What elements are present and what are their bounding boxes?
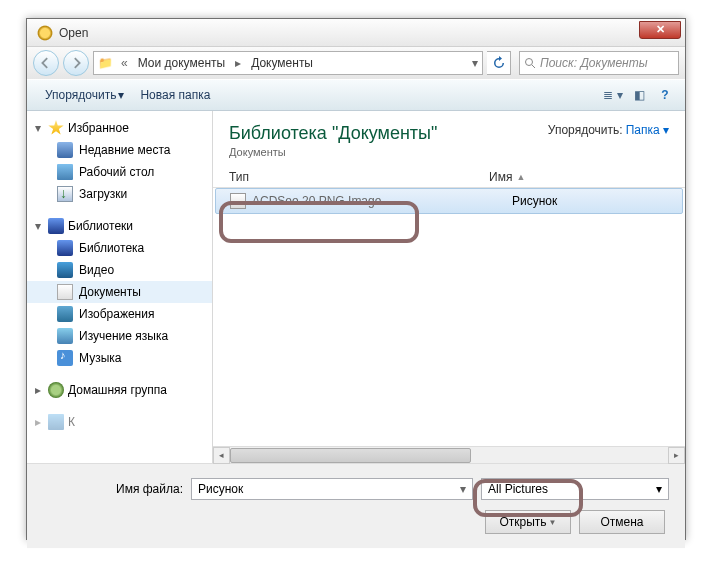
sort-link[interactable]: Папка ▾: [626, 123, 669, 137]
video-icon: [57, 262, 73, 278]
star-icon: [48, 120, 64, 136]
refresh-button[interactable]: [487, 51, 511, 75]
navigation-pane[interactable]: ▾Избранное Недавние места Рабочий стол З…: [27, 111, 213, 463]
tree-documents[interactable]: Документы: [27, 281, 212, 303]
dialog-body: ▾Избранное Недавние места Рабочий стол З…: [27, 111, 685, 463]
cancel-button[interactable]: Отмена: [579, 510, 665, 534]
library-title: Библиотека "Документы": [229, 123, 437, 144]
recent-icon: [57, 142, 73, 158]
view-options-button[interactable]: ≣ ▾: [603, 85, 623, 105]
tree-video[interactable]: Видео: [27, 259, 212, 281]
filename-input[interactable]: Рисунок ▾: [191, 478, 473, 500]
tree-study[interactable]: Изучение языка: [27, 325, 212, 347]
search-icon: [524, 57, 536, 69]
search-input[interactable]: Поиск: Документы: [519, 51, 679, 75]
homegroup-icon: [48, 382, 64, 398]
file-icon: [230, 193, 246, 209]
preview-pane-button[interactable]: ◧: [629, 85, 649, 105]
tree-downloads[interactable]: Загрузки: [27, 183, 212, 205]
tree-computer[interactable]: ▸К: [27, 411, 212, 433]
breadcrumb-root-icon[interactable]: 📁: [94, 52, 117, 74]
library-subtitle: Документы: [229, 146, 437, 158]
svg-point-0: [526, 59, 533, 66]
titlebar[interactable]: Open ✕: [27, 19, 685, 47]
chevron-right-icon: ▸: [231, 52, 245, 74]
desktop-icon: [57, 164, 73, 180]
navigation-bar: 📁 « Мои документы ▸ Документы ▾ Поиск: Д…: [27, 47, 685, 79]
file-list-pane: Библиотека "Документы" Документы Упорядо…: [213, 111, 685, 463]
downloads-icon: [57, 186, 73, 202]
music-icon: [57, 350, 73, 366]
folder-icon: [57, 328, 73, 344]
forward-button[interactable]: [63, 50, 89, 76]
file-type: ACDSee 20 PNG Image: [252, 194, 512, 208]
library-icon: [57, 240, 73, 256]
chevron-down-icon: ▾: [118, 88, 124, 102]
document-icon: [57, 284, 73, 300]
chevron-down-icon[interactable]: ▾: [656, 482, 662, 496]
new-folder-button[interactable]: Новая папка: [132, 84, 218, 106]
chevron-down-icon[interactable]: ▾: [460, 482, 466, 496]
column-headers[interactable]: Тип Имя▲: [213, 166, 685, 188]
tree-libraries[interactable]: ▾Библиотеки: [27, 215, 212, 237]
scroll-right-icon[interactable]: ▸: [668, 447, 685, 464]
collapse-icon: ▾: [35, 219, 44, 233]
tree-homegroup[interactable]: ▸Домашняя группа: [27, 379, 212, 401]
tree-music[interactable]: Музыка: [27, 347, 212, 369]
column-name[interactable]: Имя▲: [489, 170, 669, 184]
collapse-icon: ▾: [35, 121, 44, 135]
scroll-left-icon[interactable]: ◂: [213, 447, 230, 464]
chevron-icon: «: [117, 52, 132, 74]
breadcrumb-seg-2[interactable]: Документы: [245, 52, 319, 74]
filter-select[interactable]: All Pictures ▾: [481, 478, 669, 500]
organize-menu[interactable]: Упорядочить ▾: [37, 84, 132, 106]
back-button[interactable]: [33, 50, 59, 76]
tree-recent[interactable]: Недавние места: [27, 139, 212, 161]
close-button[interactable]: ✕: [639, 21, 681, 39]
tree-favorites[interactable]: ▾Избранное: [27, 117, 212, 139]
tree-desktop[interactable]: Рабочий стол: [27, 161, 212, 183]
breadcrumb[interactable]: 📁 « Мои документы ▸ Документы ▾: [93, 51, 483, 75]
horizontal-scrollbar[interactable]: ◂ ▸: [213, 446, 685, 463]
svg-line-1: [532, 65, 535, 68]
scrollbar-thumb[interactable]: [230, 448, 471, 463]
open-dialog: Open ✕ 📁 « Мои документы ▸ Документы ▾ П…: [26, 18, 686, 540]
column-type[interactable]: Тип: [229, 170, 489, 184]
sort-arrow-icon: ▲: [516, 172, 525, 182]
images-icon: [57, 306, 73, 322]
search-placeholder: Поиск: Документы: [540, 56, 648, 70]
file-row[interactable]: ACDSee 20 PNG Image Рисунок: [215, 188, 683, 214]
window-title: Open: [59, 26, 88, 40]
libraries-icon: [48, 218, 64, 234]
file-name: Рисунок: [512, 194, 668, 208]
tree-library[interactable]: Библиотека: [27, 237, 212, 259]
breadcrumb-seg-1[interactable]: Мои документы: [132, 52, 231, 74]
filename-label: Имя файла:: [43, 482, 183, 496]
tree-images[interactable]: Изображения: [27, 303, 212, 325]
breadcrumb-dropdown-icon[interactable]: ▾: [468, 52, 482, 74]
help-button[interactable]: ?: [655, 85, 675, 105]
expand-icon: ▸: [35, 383, 44, 397]
sort-control[interactable]: Упорядочить: Папка ▾: [548, 123, 669, 137]
dialog-footer: Имя файла: Рисунок ▾ All Pictures ▾ Откр…: [27, 463, 685, 548]
app-icon: [37, 25, 53, 41]
toolbar: Упорядочить ▾ Новая папка ≣ ▾ ◧ ?: [27, 79, 685, 111]
open-button[interactable]: Открыть▼: [485, 510, 571, 534]
